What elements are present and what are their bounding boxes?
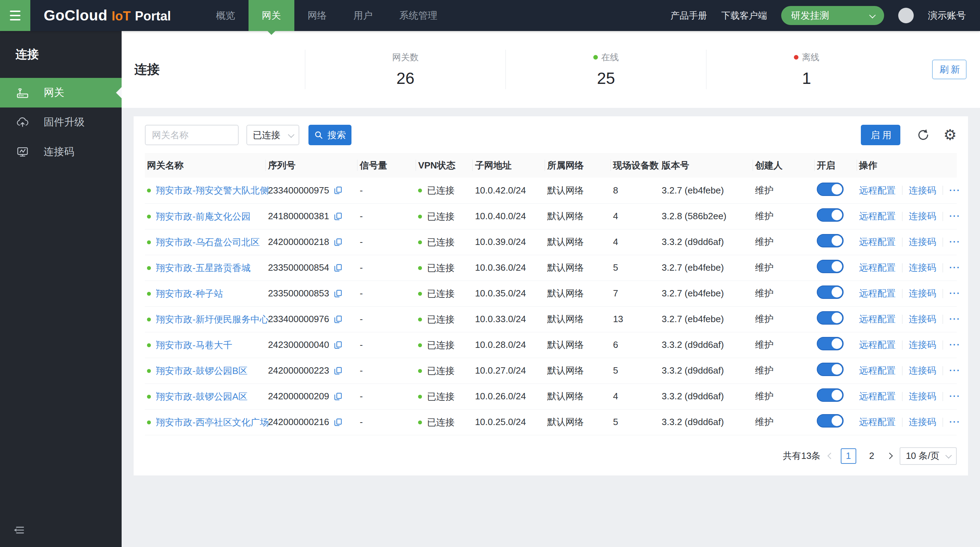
gateway-name-link[interactable]: 翔安市政-新圩便民服务中心 <box>156 313 269 326</box>
column-header[interactable]: 版本号 <box>660 153 753 178</box>
nav-item-users[interactable]: 用户 <box>340 0 386 31</box>
toggle-switch[interactable] <box>817 311 843 324</box>
connection-code-link[interactable]: 连接码 <box>909 339 936 351</box>
remote-config-link[interactable]: 远程配置 <box>859 339 896 351</box>
prev-page-button[interactable] <box>827 453 834 459</box>
gateway-name-link[interactable]: 翔安市政-西亭社区文化广场 <box>156 416 269 429</box>
connection-code-link[interactable]: 连接码 <box>909 236 936 248</box>
column-header[interactable]: 所属网络 <box>545 153 611 178</box>
toggle-switch[interactable] <box>817 286 843 299</box>
connection-code-link[interactable]: 连接码 <box>909 261 936 274</box>
gateway-name-link[interactable]: 翔安市政-翔安交警大队北侧 <box>156 184 269 197</box>
remote-config-link[interactable]: 远程配置 <box>859 390 896 402</box>
copy-icon[interactable] <box>334 186 343 195</box>
reload-button[interactable] <box>916 128 930 142</box>
product-manual-link[interactable]: 产品手册 <box>670 10 707 22</box>
nav-item-system-admin[interactable]: 系统管理 <box>386 0 451 31</box>
remote-config-link[interactable]: 远程配置 <box>859 313 896 325</box>
toggle-switch[interactable] <box>817 337 843 350</box>
copy-icon[interactable] <box>334 212 343 221</box>
copy-icon[interactable] <box>334 418 343 427</box>
toggle-switch[interactable] <box>817 363 843 376</box>
refresh-button[interactable]: 刷新 <box>932 60 967 79</box>
sidebar-item-gateway[interactable]: 网关 <box>0 78 122 108</box>
connection-code-link[interactable]: 连接码 <box>909 184 936 197</box>
connection-code-link[interactable]: 连接码 <box>909 313 936 325</box>
remote-config-link[interactable]: 远程配置 <box>859 287 896 300</box>
more-actions-button[interactable]: ··· <box>949 237 961 247</box>
more-actions-button[interactable]: ··· <box>949 391 961 402</box>
connection-code-link[interactable]: 连接码 <box>909 364 936 377</box>
next-page-button[interactable] <box>886 453 892 459</box>
gateway-name-link[interactable]: 翔安市政-前庵文化公园 <box>156 210 251 223</box>
toggle-switch[interactable] <box>817 388 843 402</box>
hamburger-menu-button[interactable] <box>0 0 30 31</box>
column-header[interactable]: VPN状态 <box>416 153 473 178</box>
more-actions-button[interactable]: ··· <box>949 339 961 350</box>
remote-config-link[interactable]: 远程配置 <box>859 236 896 248</box>
more-actions-button[interactable]: ··· <box>949 288 961 299</box>
toggle-switch[interactable] <box>817 234 843 247</box>
cell-gateway-name: 翔安市政-新圩便民服务中心 <box>145 306 266 332</box>
column-header[interactable]: 操作 <box>857 153 957 178</box>
connection-code-link[interactable]: 连接码 <box>909 210 936 223</box>
nav-item-network[interactable]: 网络 <box>294 0 340 31</box>
more-actions-button[interactable]: ··· <box>949 185 961 196</box>
column-header[interactable]: 序列号 <box>266 153 358 178</box>
toggle-switch[interactable] <box>817 260 843 273</box>
env-select[interactable]: 研发挂测 <box>781 6 884 25</box>
more-actions-button[interactable]: ··· <box>949 211 961 222</box>
gateway-name-link[interactable]: 翔安市政-鼓锣公园B区 <box>156 365 247 377</box>
remote-config-link[interactable]: 远程配置 <box>859 364 896 377</box>
gateway-name-input[interactable] <box>145 125 239 145</box>
page-size-select[interactable]: 10 条/页 <box>900 447 957 465</box>
search-button[interactable]: 搜索 <box>309 125 352 145</box>
remote-config-link[interactable]: 远程配置 <box>859 416 896 428</box>
column-header[interactable]: 网关名称 <box>145 153 266 178</box>
connection-code-link[interactable]: 连接码 <box>909 416 936 428</box>
copy-icon[interactable] <box>334 289 343 298</box>
sidebar-item-firmware-upgrade[interactable]: 固件升级 <box>0 108 122 137</box>
download-client-link[interactable]: 下载客户端 <box>721 10 767 22</box>
gateway-name-link[interactable]: 翔安市政-五星路贡香城 <box>156 262 251 274</box>
toggle-switch[interactable] <box>817 183 843 196</box>
page-1-button[interactable]: 1 <box>841 448 856 464</box>
enable-button[interactable]: 启用 <box>861 125 900 145</box>
sidebar-item-connection-code[interactable]: 连接码 <box>0 137 122 167</box>
copy-icon[interactable] <box>334 392 343 401</box>
gateway-name-link[interactable]: 翔安市政-乌石盘公司北区 <box>156 236 260 248</box>
copy-icon[interactable] <box>334 237 343 247</box>
status-filter-select[interactable]: 已连接 <box>247 125 299 145</box>
avatar[interactable] <box>898 8 914 23</box>
column-header[interactable]: 信号量 <box>358 153 416 178</box>
more-actions-button[interactable]: ··· <box>949 365 961 376</box>
more-actions-button[interactable]: ··· <box>949 262 961 273</box>
copy-icon[interactable] <box>334 315 343 324</box>
gateway-name-link[interactable]: 翔安市政-马巷大千 <box>156 339 232 351</box>
copy-icon[interactable] <box>334 340 343 350</box>
toggle-switch[interactable] <box>817 208 843 222</box>
gateway-name-link[interactable]: 翔安市政-种子站 <box>156 288 223 300</box>
page-2-button[interactable]: 2 <box>864 448 880 464</box>
cell-subnet: 10.0.28.0/24 <box>473 332 545 358</box>
remote-config-link[interactable]: 远程配置 <box>859 184 896 197</box>
toggle-switch[interactable] <box>817 414 843 428</box>
collapse-sidebar-button[interactable] <box>13 524 25 538</box>
column-header[interactable]: 开启 <box>815 153 857 178</box>
remote-config-link[interactable]: 远程配置 <box>859 261 896 274</box>
column-header[interactable]: 子网地址 <box>473 153 545 178</box>
connection-code-link[interactable]: 连接码 <box>909 287 936 300</box>
more-actions-button[interactable]: ··· <box>949 417 961 428</box>
gateway-name-link[interactable]: 翔安市政-鼓锣公园A区 <box>156 391 247 403</box>
more-actions-button[interactable]: ··· <box>949 314 961 324</box>
connection-code-link[interactable]: 连接码 <box>909 390 936 402</box>
copy-icon[interactable] <box>334 263 343 272</box>
column-header[interactable]: 现场设备数 <box>611 153 660 178</box>
column-header[interactable]: 创建人 <box>753 153 815 178</box>
nav-item-gateway[interactable]: 网关 <box>248 0 294 31</box>
remote-config-link[interactable]: 远程配置 <box>859 210 896 223</box>
cell-serial: 242000000216 <box>266 409 358 435</box>
nav-item-overview[interactable]: 概览 <box>203 0 248 31</box>
copy-icon[interactable] <box>334 366 343 375</box>
settings-button[interactable]: ⚙ <box>943 127 957 142</box>
